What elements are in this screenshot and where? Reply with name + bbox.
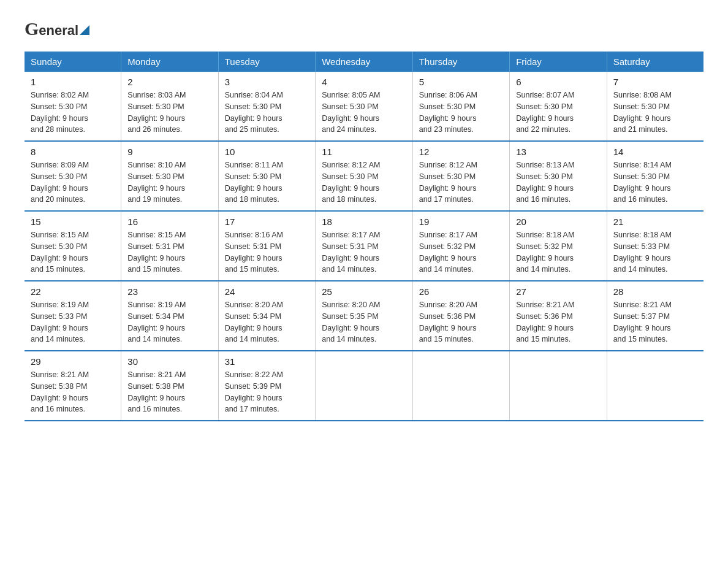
calendar-cell: 12 Sunrise: 8:12 AM Sunset: 5:30 PM Dayl…: [412, 141, 509, 211]
day-number: 8: [31, 147, 115, 157]
calendar-cell: [412, 351, 509, 421]
day-number: 24: [225, 286, 309, 297]
calendar-cell: 30 Sunrise: 8:21 AM Sunset: 5:38 PM Dayl…: [121, 351, 218, 421]
day-info: Sunrise: 8:21 AM Sunset: 5:38 PM Dayligh…: [127, 369, 211, 415]
calendar-cell: 6 Sunrise: 8:07 AM Sunset: 5:30 PM Dayli…: [510, 72, 607, 141]
day-number: 9: [127, 147, 211, 157]
calendar-cell: 29 Sunrise: 8:21 AM Sunset: 5:38 PM Dayl…: [25, 351, 121, 421]
day-number: 21: [613, 216, 697, 227]
day-info: Sunrise: 8:13 AM Sunset: 5:30 PM Dayligh…: [516, 159, 600, 205]
day-info: Sunrise: 8:15 AM Sunset: 5:30 PM Dayligh…: [31, 229, 115, 275]
calendar-cell: 24 Sunrise: 8:20 AM Sunset: 5:34 PM Dayl…: [218, 281, 315, 351]
day-number: 3: [225, 77, 309, 87]
logo-general-g: G: [25, 18, 39, 39]
day-number: 27: [516, 286, 600, 297]
day-info: Sunrise: 8:02 AM Sunset: 5:30 PM Dayligh…: [31, 90, 115, 136]
day-info: Sunrise: 8:11 AM Sunset: 5:30 PM Dayligh…: [225, 159, 309, 205]
logo-triangle-icon: [80, 25, 89, 35]
calendar-cell: 18 Sunrise: 8:17 AM Sunset: 5:31 PM Dayl…: [316, 211, 412, 281]
calendar-cell: 26 Sunrise: 8:20 AM Sunset: 5:36 PM Dayl…: [412, 281, 509, 351]
calendar-cell: 3 Sunrise: 8:04 AM Sunset: 5:30 PM Dayli…: [218, 72, 315, 141]
day-info: Sunrise: 8:08 AM Sunset: 5:30 PM Dayligh…: [613, 90, 697, 136]
day-number: 14: [613, 147, 697, 157]
day-info: Sunrise: 8:12 AM Sunset: 5:30 PM Dayligh…: [419, 159, 503, 205]
calendar-cell: 7 Sunrise: 8:08 AM Sunset: 5:30 PM Dayli…: [607, 72, 703, 141]
day-info: Sunrise: 8:19 AM Sunset: 5:34 PM Dayligh…: [127, 299, 211, 345]
day-number: 15: [31, 216, 115, 227]
day-info: Sunrise: 8:18 AM Sunset: 5:33 PM Dayligh…: [613, 229, 697, 275]
day-info: Sunrise: 8:05 AM Sunset: 5:30 PM Dayligh…: [322, 90, 406, 136]
day-info: Sunrise: 8:21 AM Sunset: 5:36 PM Dayligh…: [516, 299, 600, 345]
day-info: Sunrise: 8:10 AM Sunset: 5:30 PM Dayligh…: [127, 159, 211, 205]
weekday-header-row: SundayMondayTuesdayWednesdayThursdayFrid…: [25, 52, 703, 72]
header-monday: Monday: [121, 52, 218, 72]
calendar-cell: 23 Sunrise: 8:19 AM Sunset: 5:34 PM Dayl…: [121, 281, 218, 351]
day-info: Sunrise: 8:20 AM Sunset: 5:36 PM Dayligh…: [419, 299, 503, 345]
calendar-cell: 9 Sunrise: 8:10 AM Sunset: 5:30 PM Dayli…: [121, 141, 218, 211]
calendar-cell: 22 Sunrise: 8:19 AM Sunset: 5:33 PM Dayl…: [25, 281, 121, 351]
week-row-5: 29 Sunrise: 8:21 AM Sunset: 5:38 PM Dayl…: [25, 351, 703, 421]
day-number: 5: [419, 77, 503, 87]
calendar-cell: [510, 351, 607, 421]
day-number: 26: [419, 286, 503, 297]
day-number: 18: [322, 216, 406, 227]
day-info: Sunrise: 8:17 AM Sunset: 5:32 PM Dayligh…: [419, 229, 503, 275]
calendar-cell: 5 Sunrise: 8:06 AM Sunset: 5:30 PM Dayli…: [412, 72, 509, 141]
day-info: Sunrise: 8:06 AM Sunset: 5:30 PM Dayligh…: [419, 90, 503, 136]
page-header: G eneral: [25, 18, 703, 39]
week-row-4: 22 Sunrise: 8:19 AM Sunset: 5:33 PM Dayl…: [25, 281, 703, 351]
calendar-cell: 17 Sunrise: 8:16 AM Sunset: 5:31 PM Dayl…: [218, 211, 315, 281]
day-info: Sunrise: 8:20 AM Sunset: 5:35 PM Dayligh…: [322, 299, 406, 345]
week-row-2: 8 Sunrise: 8:09 AM Sunset: 5:30 PM Dayli…: [25, 141, 703, 211]
day-number: 23: [127, 286, 211, 297]
day-info: Sunrise: 8:21 AM Sunset: 5:37 PM Dayligh…: [613, 299, 697, 345]
header-friday: Friday: [510, 52, 607, 72]
day-info: Sunrise: 8:15 AM Sunset: 5:31 PM Dayligh…: [127, 229, 211, 275]
day-number: 16: [127, 216, 211, 227]
calendar-body: 1 Sunrise: 8:02 AM Sunset: 5:30 PM Dayli…: [25, 72, 703, 421]
calendar-cell: 13 Sunrise: 8:13 AM Sunset: 5:30 PM Dayl…: [510, 141, 607, 211]
day-info: Sunrise: 8:18 AM Sunset: 5:32 PM Dayligh…: [516, 229, 600, 275]
day-number: 4: [322, 77, 406, 87]
calendar-cell: 16 Sunrise: 8:15 AM Sunset: 5:31 PM Dayl…: [121, 211, 218, 281]
calendar-cell: 31 Sunrise: 8:22 AM Sunset: 5:39 PM Dayl…: [218, 351, 315, 421]
day-info: Sunrise: 8:22 AM Sunset: 5:39 PM Dayligh…: [225, 369, 309, 415]
calendar-cell: 11 Sunrise: 8:12 AM Sunset: 5:30 PM Dayl…: [316, 141, 412, 211]
day-number: 20: [516, 216, 600, 227]
calendar-cell: 10 Sunrise: 8:11 AM Sunset: 5:30 PM Dayl…: [218, 141, 315, 211]
calendar-cell: 14 Sunrise: 8:14 AM Sunset: 5:30 PM Dayl…: [607, 141, 703, 211]
header-thursday: Thursday: [412, 52, 509, 72]
calendar-cell: 8 Sunrise: 8:09 AM Sunset: 5:30 PM Dayli…: [25, 141, 121, 211]
logo-right: [80, 25, 89, 34]
header-saturday: Saturday: [607, 52, 703, 72]
day-number: 30: [127, 356, 211, 367]
calendar-cell: 27 Sunrise: 8:21 AM Sunset: 5:36 PM Dayl…: [510, 281, 607, 351]
day-number: 17: [225, 216, 309, 227]
calendar-cell: 4 Sunrise: 8:05 AM Sunset: 5:30 PM Dayli…: [316, 72, 412, 141]
calendar-cell: 19 Sunrise: 8:17 AM Sunset: 5:32 PM Dayl…: [412, 211, 509, 281]
calendar-cell: 2 Sunrise: 8:03 AM Sunset: 5:30 PM Dayli…: [121, 72, 218, 141]
calendar-cell: 15 Sunrise: 8:15 AM Sunset: 5:30 PM Dayl…: [25, 211, 121, 281]
day-number: 22: [31, 286, 115, 297]
week-row-1: 1 Sunrise: 8:02 AM Sunset: 5:30 PM Dayli…: [25, 72, 703, 141]
calendar-cell: 20 Sunrise: 8:18 AM Sunset: 5:32 PM Dayl…: [510, 211, 607, 281]
calendar-header: SundayMondayTuesdayWednesdayThursdayFrid…: [25, 52, 703, 72]
week-row-3: 15 Sunrise: 8:15 AM Sunset: 5:30 PM Dayl…: [25, 211, 703, 281]
day-info: Sunrise: 8:04 AM Sunset: 5:30 PM Dayligh…: [225, 90, 309, 136]
day-info: Sunrise: 8:09 AM Sunset: 5:30 PM Dayligh…: [31, 159, 115, 205]
day-info: Sunrise: 8:19 AM Sunset: 5:33 PM Dayligh…: [31, 299, 115, 345]
day-number: 1: [31, 77, 115, 87]
day-info: Sunrise: 8:20 AM Sunset: 5:34 PM Dayligh…: [225, 299, 309, 345]
calendar-cell: 25 Sunrise: 8:20 AM Sunset: 5:35 PM Dayl…: [316, 281, 412, 351]
day-number: 25: [322, 286, 406, 297]
day-number: 13: [516, 147, 600, 157]
day-number: 31: [225, 356, 309, 367]
calendar-table: SundayMondayTuesdayWednesdayThursdayFrid…: [25, 52, 703, 421]
day-number: 2: [127, 77, 211, 87]
header-tuesday: Tuesday: [218, 52, 315, 72]
header-wednesday: Wednesday: [316, 52, 412, 72]
day-number: 10: [225, 147, 309, 157]
day-number: 29: [31, 356, 115, 367]
day-info: Sunrise: 8:21 AM Sunset: 5:38 PM Dayligh…: [31, 369, 115, 415]
day-number: 11: [322, 147, 406, 157]
